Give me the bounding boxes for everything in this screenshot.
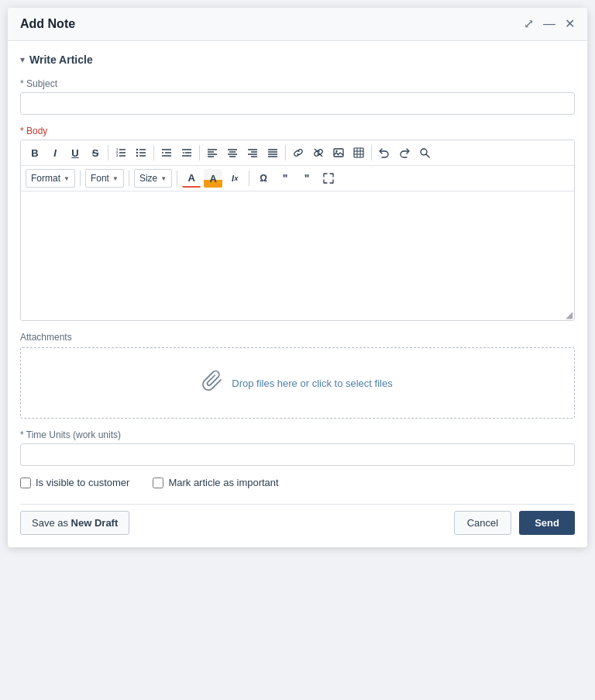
align-right-button[interactable] [243, 143, 262, 162]
editor-container: B I U S 123 [20, 140, 575, 321]
cancel-button[interactable]: Cancel [454, 511, 511, 535]
svg-point-38 [335, 150, 337, 152]
format-dropdown-arrow: ▼ [64, 175, 70, 182]
editor-content-area[interactable] [21, 191, 574, 308]
svg-point-9 [136, 149, 138, 150]
attachments-section: Attachments Drop files here or click to … [20, 332, 575, 419]
section-toggle-icon: ▾ [20, 54, 25, 65]
mark-important-checkbox[interactable] [153, 478, 163, 488]
svg-marker-19 [182, 152, 184, 153]
redo-button[interactable] [395, 143, 414, 162]
size-dropdown[interactable]: Size ▼ [134, 169, 172, 188]
save-draft-highlight: New Draft [71, 517, 119, 529]
unquote-button[interactable]: " [298, 169, 316, 188]
svg-point-10 [136, 152, 138, 153]
svg-rect-37 [334, 149, 343, 157]
ordered-list-button[interactable]: 123 [112, 143, 130, 162]
minimize-icon[interactable]: — [543, 18, 555, 30]
special-char-button[interactable]: Ω [254, 169, 273, 188]
svg-line-45 [426, 154, 429, 157]
btn-group-right: Cancel Send [454, 511, 575, 535]
font-dropdown-arrow: ▼ [112, 175, 119, 182]
header-icons: ⤢ — ✕ [524, 18, 575, 30]
save-draft-prefix: Save as [32, 517, 71, 529]
body-field-group: * Body B I U S 123 [20, 126, 575, 321]
size-dropdown-arrow: ▼ [160, 175, 167, 182]
separator-2 [153, 145, 154, 160]
mark-important-label: Mark article as important [168, 477, 278, 488]
modal-header: Add Note ⤢ — ✕ [8, 8, 587, 41]
indent-decrease-button[interactable] [157, 143, 176, 162]
modal-body: ▾ Write Article * Subject * Body B I U S [8, 41, 587, 547]
subject-field-group: * Subject [20, 78, 575, 115]
separator-1 [108, 145, 108, 160]
fullscreen-button[interactable] [319, 169, 338, 188]
section-toggle[interactable]: ▾ Write Article [20, 53, 575, 66]
separator-9 [249, 171, 249, 186]
mark-important-checkbox-item[interactable]: Mark article as important [153, 477, 278, 488]
align-justify-button[interactable] [263, 143, 282, 162]
unlink-button[interactable] [309, 143, 328, 162]
subject-label: * Subject [20, 78, 575, 89]
editor-toolbar-bottom: Format ▼ Font ▼ Size ▼ A A [21, 166, 574, 191]
subject-input[interactable] [20, 92, 575, 115]
attachments-label: Attachments [20, 332, 575, 343]
align-left-button[interactable] [203, 143, 222, 162]
editor-resize-handle: ◢ [21, 308, 574, 320]
format-dropdown[interactable]: Format ▼ [26, 169, 75, 188]
time-units-label: * Time Units (work units) [20, 429, 575, 440]
separator-4 [285, 145, 286, 160]
table-button[interactable] [349, 143, 368, 162]
link-button[interactable] [289, 143, 308, 162]
quote-button[interactable]: " [276, 169, 294, 188]
time-units-input[interactable] [20, 443, 575, 466]
search-button[interactable] [415, 143, 434, 162]
align-center-button[interactable] [223, 143, 242, 162]
indent-increase-button[interactable] [177, 143, 196, 162]
separator-5 [371, 145, 372, 160]
unordered-list-button[interactable] [132, 143, 150, 162]
highlight-button[interactable]: A [204, 169, 222, 188]
image-button[interactable] [329, 143, 348, 162]
resize-icon: ◢ [566, 309, 573, 320]
font-dropdown[interactable]: Font ▼ [85, 169, 124, 188]
close-icon[interactable]: ✕ [565, 18, 575, 30]
editor-toolbar-top: B I U S 123 [21, 140, 574, 166]
footer-buttons: Save as New Draft Cancel Send [20, 504, 575, 535]
expand-icon[interactable]: ⤢ [524, 18, 534, 30]
separator-8 [177, 171, 177, 186]
paperclip-icon [202, 370, 224, 396]
separator-7 [129, 171, 129, 186]
visible-to-customer-checkbox-item[interactable]: Is visible to customer [20, 477, 129, 488]
strikethrough-button[interactable]: S [86, 143, 105, 162]
add-note-modal: Add Note ⤢ — ✕ ▾ Write Article * Subject… [8, 8, 587, 547]
svg-marker-15 [162, 152, 164, 153]
svg-text:3: 3 [116, 153, 119, 157]
underline-button[interactable]: U [66, 143, 84, 162]
save-draft-button[interactable]: Save as New Draft [20, 511, 129, 535]
separator-6 [80, 171, 81, 186]
section-toggle-label: Write Article [29, 53, 93, 66]
checkboxes-row: Is visible to customer Mark article as i… [20, 477, 575, 488]
undo-button[interactable] [375, 143, 394, 162]
file-drop-zone[interactable]: Drop files here or click to select files [20, 347, 575, 419]
separator-3 [199, 145, 200, 160]
font-color-button[interactable]: A [182, 169, 201, 188]
svg-rect-39 [354, 148, 363, 157]
visible-to-customer-label: Is visible to customer [36, 477, 129, 488]
body-label: * Body [20, 126, 575, 136]
drop-zone-text: Drop files here or click to select files [232, 378, 392, 389]
modal-title: Add Note [20, 17, 75, 31]
svg-point-11 [136, 155, 138, 157]
bold-button[interactable]: B [26, 143, 44, 162]
time-units-section: * Time Units (work units) [20, 429, 575, 466]
remove-format-button[interactable]: Ix [225, 169, 244, 188]
visible-to-customer-checkbox[interactable] [20, 478, 31, 488]
send-button[interactable]: Send [519, 511, 575, 535]
italic-button[interactable]: I [46, 143, 64, 162]
